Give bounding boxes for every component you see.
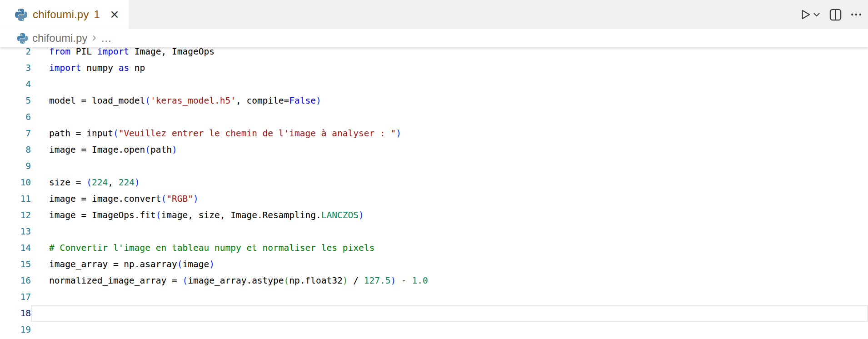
editor-lines: 2from PIL import Image, ImageOps3import … [0,47,868,338]
line-content[interactable] [31,109,868,125]
line-number: 5 [0,93,31,109]
code-token: ( [113,128,119,139]
code-token: image [183,259,210,269]
code-token: False [289,95,316,106]
line-content[interactable]: image = image.convert("RGB") [31,191,868,207]
code-token: ) [390,275,396,286]
code-token: as [119,63,129,73]
code-token: image = ImageOps.fit [49,210,156,220]
ellipsis-icon [850,8,863,21]
code-token: , compile= [236,95,289,106]
code-token: image = image.convert [49,194,161,204]
tab-problem-badge: 1 [94,8,100,21]
code-line: 3import numpy as np [0,60,868,76]
run-python-file-button[interactable] [798,5,812,25]
editor-tab-bar: chifoumi.py 1 ✕ [0,0,868,29]
code-token: # Convertir l'image en tableau numpy et … [49,243,374,253]
code-token: "Veuillez entrer le chemin de l'image à … [119,128,396,139]
code-token: ( [177,259,183,269]
code-token: "RGB" [166,194,193,204]
code-token: ( [145,145,150,155]
code-token: ) [172,145,177,155]
close-tab-icon[interactable]: ✕ [107,7,122,22]
code-line: 8image = Image.open(path) [0,142,868,158]
split-editor-button[interactable] [828,5,843,25]
line-number: 7 [0,125,31,142]
line-content[interactable]: path = input("Veuillez entrer le chemin … [31,125,868,142]
code-token: 'keras_model.h5' [150,95,236,106]
code-line: 10size = (224, 224) [0,174,868,191]
tab-file-name: chifoumi.py [33,8,89,21]
code-line: 12image = ImageOps.fit(image, size, Imag… [0,207,868,224]
chevron-down-icon [812,10,821,19]
line-content[interactable] [31,305,868,322]
python-file-icon [17,33,28,44]
code-line: 13 [0,224,868,240]
line-number: 19 [0,322,31,338]
code-token: ( [284,275,289,286]
line-content[interactable]: size = (224, 224) [31,174,868,191]
code-token: size = [49,177,86,188]
code-token: 224 [92,177,108,188]
line-number: 3 [0,60,31,76]
line-number: 4 [0,76,31,93]
code-editor[interactable]: 2from PIL import Image, ImageOps3import … [0,47,868,339]
code-line: 17 [0,289,868,305]
line-content[interactable]: image = Image.open(path) [31,142,868,158]
code-line: 4 [0,76,868,93]
line-number: 2 [0,47,31,60]
more-actions-button[interactable] [850,5,863,25]
code-token: ) [193,194,199,204]
code-token: , [108,177,118,188]
code-token: PIL [70,47,97,57]
split-editor-icon [828,8,843,22]
code-token: ) [135,177,140,188]
code-token: import [49,63,81,73]
line-content[interactable] [31,158,868,174]
code-token: ( [183,275,188,286]
code-token: / [348,275,364,286]
code-line: 14# Convertir l'image en tableau numpy e… [0,240,868,256]
line-content[interactable]: model = load_model('keras_model.h5', com… [31,93,868,109]
code-token: normalized_image_array = [49,275,183,286]
code-token: import [97,47,129,57]
line-content[interactable]: from PIL import Image, ImageOps [31,47,868,60]
code-token: Image, ImageOps [129,47,215,57]
run-options-dropdown-button[interactable] [812,5,821,25]
line-number: 18 [0,305,31,322]
code-line: 7path = input("Veuillez entrer le chemin… [0,125,868,142]
code-line-current: 18 [0,305,868,322]
line-number: 17 [0,289,31,305]
line-content[interactable] [31,224,868,240]
line-content[interactable] [31,289,868,305]
code-line: 16normalized_image_array = (image_array.… [0,273,868,289]
code-token: np [129,63,145,73]
breadcrumb-file-name[interactable]: chifoumi.py [32,32,87,45]
code-token: 224 [119,177,135,188]
code-token: ) [316,95,321,106]
code-line: 2from PIL import Image, ImageOps [0,47,868,60]
tab-strip [129,0,868,29]
line-number: 11 [0,191,31,207]
line-content[interactable] [31,76,868,93]
line-content[interactable]: # Convertir l'image en tableau numpy et … [31,240,868,256]
code-token: LANCZOS [321,210,359,220]
code-token: ( [156,210,161,220]
line-content[interactable] [31,322,868,338]
tab-chifoumi-py[interactable]: chifoumi.py 1 ✕ [0,0,129,29]
code-token: image_array.astype [188,275,284,286]
line-content[interactable]: normalized_image_array = (image_array.as… [31,273,868,289]
code-token: ( [161,194,167,204]
breadcrumb-separator-icon: › [92,30,96,45]
line-content[interactable]: image = ImageOps.fit(image, size, Image.… [31,207,868,224]
code-token: ) [396,128,401,139]
code-token: 127.5 [364,275,391,286]
code-token: image, size, Image.Resampling. [161,210,321,220]
code-token: image = Image.open [49,145,145,155]
code-token: numpy [81,63,118,73]
code-token: from [49,47,70,57]
breadcrumb-symbol-ellipsis[interactable]: … [101,32,112,45]
line-content[interactable]: image_array = np.asarray(image) [31,256,868,273]
code-token: ( [86,177,92,188]
line-content[interactable]: import numpy as np [31,60,868,76]
